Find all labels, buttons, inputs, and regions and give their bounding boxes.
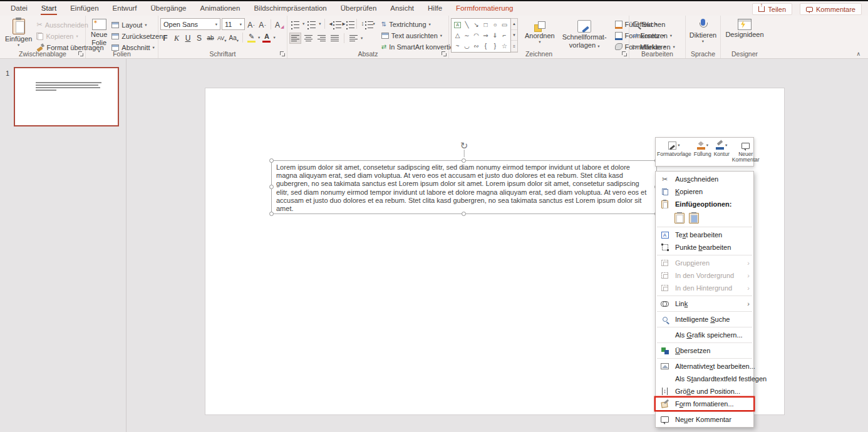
find-button[interactable]: Suchen: [631, 19, 676, 29]
shrink-font-button[interactable]: Aˇ: [257, 19, 267, 29]
menu-item-als-grafik-speichern[interactable]: Als Grafik speichern...: [656, 329, 753, 341]
dialog-launcher-icon[interactable]: [622, 51, 627, 56]
paste-keep-formatting-icon[interactable]: [674, 213, 685, 224]
resize-handle-w[interactable]: [269, 185, 274, 189]
menu-item-gruppieren[interactable]: Gruppieren ›: [656, 257, 753, 269]
menu-item-ausschneiden[interactable]: ✂ Ausschneiden: [656, 173, 753, 185]
collapse-ribbon-icon[interactable]: ∧: [856, 51, 860, 57]
bold-button[interactable]: F: [160, 32, 170, 43]
dictate-button[interactable]: Diktieren ▾: [686, 18, 720, 44]
dialog-launcher-icon[interactable]: [78, 51, 83, 56]
tab-start[interactable]: Start: [34, 1, 63, 16]
tab-formformatierung[interactable]: Formformatierung: [449, 1, 520, 16]
menu-item-punkte-bearbeiten[interactable]: Punkte bearbeiten: [656, 241, 753, 254]
group-voice: Diktieren ▾ Sprache: [686, 16, 721, 58]
dialog-launcher-icon[interactable]: [280, 51, 285, 56]
find-label: Suchen: [642, 21, 665, 28]
change-case-button[interactable]: Aa▾: [229, 32, 240, 43]
reset-button[interactable]: Zurücksetzen: [110, 31, 164, 41]
decrease-indent-button[interactable]: ◂: [328, 18, 340, 29]
replace-icon: ⇄: [633, 33, 638, 39]
tab-einfuegen[interactable]: Einfügen: [63, 1, 105, 16]
menu-item-neuer-kommentar[interactable]: Neuer Kommentar: [656, 413, 753, 426]
resize-handle-sw[interactable]: [269, 212, 274, 216]
menu-item-text-bearbeiten[interactable]: A Text bearbeiten: [656, 229, 753, 241]
outline-button[interactable]: ▾ Kontur: [713, 138, 731, 166]
submenu-arrow-icon: ›: [747, 272, 750, 279]
rotate-handle-icon[interactable]: ↻: [460, 141, 468, 150]
empty-icon-slot: [660, 331, 669, 339]
tab-animationen[interactable]: Animationen: [193, 1, 247, 16]
align-center-button[interactable]: [302, 33, 314, 44]
justify-button[interactable]: [329, 33, 341, 44]
shape-fill-icon: [615, 21, 623, 28]
new-comment-button[interactable]: NeuerKommentar: [731, 138, 761, 166]
thumb-text-line: [36, 85, 98, 86]
fill-button[interactable]: ▾ Füllung: [693, 138, 713, 166]
tab-entwurf[interactable]: Entwurf: [106, 1, 144, 16]
italic-button[interactable]: K: [172, 32, 182, 43]
align-right-button[interactable]: [316, 33, 328, 44]
design-ideas-button[interactable]: Designideen: [722, 18, 767, 39]
comments-button[interactable]: Kommentare: [800, 3, 862, 15]
align-left-button[interactable]: [289, 33, 301, 44]
menu-item-in-den-vordergrund[interactable]: In den Vordergrund ›: [656, 269, 753, 282]
paste-as-picture-icon[interactable]: [689, 213, 699, 224]
underline-button[interactable]: U: [183, 32, 193, 43]
columns-button[interactable]: [348, 33, 359, 44]
menu-separator: [657, 327, 752, 327]
share-button[interactable]: Teilen: [752, 3, 792, 15]
menu-item-groesse-und-position[interactable]: Größe und Position...: [656, 385, 753, 398]
shape-gallery[interactable]: A ╲ ↘ □ ○ ▭ △ ∼ ◠ ⇒ ⇓ ⌐ ~ ◡ ∾ { }: [451, 18, 511, 53]
new-slide-button[interactable]: Neue Folie ▾: [88, 18, 110, 54]
text-highlight-button[interactable]: ✎: [246, 32, 257, 43]
text-direction-icon: ⇅: [381, 21, 386, 28]
dialog-launcher-icon[interactable]: [442, 51, 447, 56]
comment-icon: [741, 143, 750, 149]
quick-styles-button[interactable]: Schnellformat- vorlagen ▾: [559, 19, 610, 49]
menu-item-als-standardtextfeld-festlegen[interactable]: Als Standardtextfeld festlegen: [656, 373, 753, 385]
resize-handle-nw[interactable]: [269, 158, 274, 163]
tab-uebergaenge[interactable]: Übergänge: [144, 1, 194, 16]
menu-item-link[interactable]: Link ›: [656, 297, 753, 310]
slide-canvas[interactable]: Lorem ipsum dolor sit amet, consetetur s…: [205, 88, 785, 415]
paste-button[interactable]: Einfügen ▾: [2, 18, 35, 48]
character-spacing-button[interactable]: AV▾: [217, 32, 227, 43]
clear-formatting-button[interactable]: A◢: [274, 19, 284, 29]
bullets-button[interactable]: [289, 18, 301, 29]
resize-handle-s[interactable]: [462, 212, 466, 216]
font-size-combo[interactable]: 11 ▾: [222, 18, 245, 30]
layout-button[interactable]: Layout ▾: [110, 19, 164, 30]
tab-bildschirmpraesentation[interactable]: Bildschirmpräsentation: [247, 1, 333, 16]
gallery-scroll-down[interactable]: ▼: [511, 30, 517, 41]
menu-item-kopieren[interactable]: Kopieren: [656, 185, 753, 198]
arrange-label: Anordnen: [525, 32, 555, 39]
menu-item-alternativtext-bearbeiten[interactable]: Alternativtext bearbeiten...: [656, 360, 753, 373]
tab-ansicht[interactable]: Ansicht: [383, 1, 421, 16]
menu-item-intelligente-suche[interactable]: Intelligente Suche: [656, 313, 753, 326]
slide-thumbnail[interactable]: [14, 67, 119, 126]
strikethrough-button[interactable]: ab: [205, 32, 215, 43]
font-family-combo[interactable]: Open Sans ▾: [160, 18, 220, 30]
gallery-scroll-up[interactable]: ▲: [511, 19, 517, 30]
menu-item-in-den-hintergrund[interactable]: In den Hintergrund ›: [656, 282, 753, 294]
tab-datei[interactable]: Datei: [4, 1, 34, 16]
menu-item-form-formatieren[interactable]: Form formatieren...: [656, 398, 753, 410]
menu-separator: [657, 296, 752, 296]
replace-button[interactable]: ⇄ Ersetzen ▾: [631, 30, 676, 41]
increase-indent-button[interactable]: ▸: [341, 18, 353, 29]
resize-handle-n[interactable]: [462, 158, 466, 163]
tab-ueberpruefen[interactable]: Überprüfen: [334, 1, 384, 16]
submenu-arrow-icon: ›: [747, 259, 750, 267]
lorem-textbox[interactable]: Lorem ipsum dolor sit amet, consetetur s…: [271, 160, 657, 214]
font-color-button[interactable]: A: [261, 32, 272, 43]
line-spacing-button[interactable]: ↕: [360, 18, 372, 29]
arrange-button[interactable]: Anordnen ▾: [522, 21, 558, 44]
grow-font-button[interactable]: Aˆ: [246, 19, 256, 29]
numbering-button[interactable]: [306, 18, 318, 29]
style-button[interactable]: ▾ Formatvorlage: [656, 138, 693, 166]
shape-effects-icon: [615, 43, 623, 50]
text-shadow-button[interactable]: S: [194, 32, 204, 43]
menu-item-uebersetzen[interactable]: Übersetzen: [656, 344, 753, 357]
tab-hilfe[interactable]: Hilfe: [421, 1, 449, 16]
